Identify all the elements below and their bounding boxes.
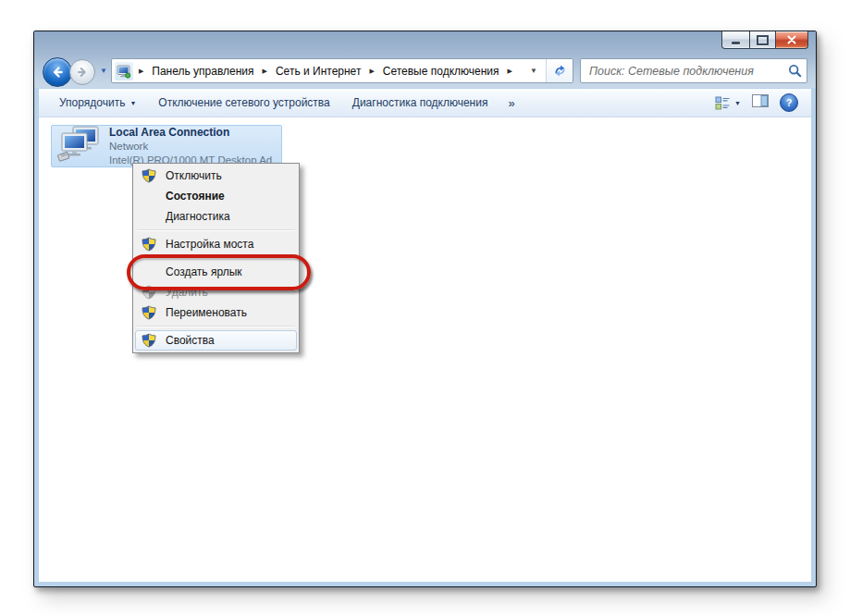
menu-item-label: Свойства [166,334,215,347]
context-menu: Отключить Состояние Диагностика Настройк… [132,163,300,353]
breadcrumb-control-panel[interactable]: Панель управления [149,64,256,79]
refresh-button[interactable] [547,59,573,82]
breadcrumb-network-connections[interactable]: Сетевые подключения [380,64,502,79]
disable-device-label: Отключение сетевого устройства [158,96,329,109]
network-adapter-icon [57,126,100,166]
forward-button[interactable] [69,59,95,85]
connection-network: Network [109,140,281,154]
menu-item-rename[interactable]: Переименовать [135,302,297,323]
menu-item-disconnect[interactable]: Отключить [135,166,297,186]
menu-icon-spacer [140,265,158,279]
search-box[interactable] [580,58,807,83]
breadcrumb-separator[interactable]: ▶ [363,68,379,75]
toolbar-right-group: ▼ ? [715,93,802,112]
maximize-button[interactable] [749,31,776,49]
organize-button[interactable]: Упорядочить ▼ [48,92,147,114]
command-toolbar: Упорядочить ▼ Отключение сетевого устрой… [39,89,811,117]
menu-item-diagnose[interactable]: Диагностика [135,206,297,227]
organize-dropdown-icon: ▼ [129,100,136,106]
navigation-bar: ▼ ▶ Панель управления ▶ Сет [34,55,816,86]
breadcrumb-network-internet[interactable]: Сеть и Интернет [273,64,363,79]
recent-pages-dropdown[interactable]: ▼ [98,67,111,75]
search-input[interactable] [587,64,788,79]
back-arrow-icon [50,65,65,80]
menu-item-create-shortcut[interactable]: Создать ярлык [135,262,297,282]
help-button[interactable]: ? [780,93,798,112]
connection-text: Local Area Connection Network Intel(R) P… [109,126,281,167]
window-controls [722,31,808,49]
connection-name: Local Area Connection [109,126,281,140]
preview-pane-button[interactable] [752,94,769,111]
address-bar[interactable]: ▶ Панель управления ▶ Сеть и Интернет ▶ … [111,58,573,83]
toolbar-overflow-chevron[interactable]: » [499,96,524,110]
maximize-icon [757,35,769,45]
network-folder-icon [115,62,133,80]
uac-shield-icon [140,285,158,300]
menu-item-label: Настройка моста [166,238,253,251]
search-icon[interactable] [788,64,802,78]
menu-separator [137,257,295,259]
menu-item-bridge[interactable]: Настройка моста [135,234,297,254]
diagnose-label: Диагностика подключения [352,96,488,109]
menu-icon-spacer [140,189,158,203]
diagnose-connection-button[interactable]: Диагностика подключения [341,92,499,114]
views-dropdown-icon: ▼ [734,100,741,106]
change-view-button[interactable]: ▼ [715,96,741,110]
uac-shield-icon [140,305,158,320]
menu-item-delete: Удалить [135,282,297,302]
preview-pane-icon [752,94,769,107]
history-buttons [43,57,98,85]
close-icon [787,35,796,44]
disable-device-button[interactable]: Отключение сетевого устройства [147,92,340,114]
minimize-button[interactable] [721,31,750,49]
breadcrumb-separator[interactable]: ▶ [502,68,518,75]
menu-item-label: Удалить [166,286,208,299]
menu-separator [137,229,295,231]
menu-item-status[interactable]: Состояние [135,186,297,206]
close-button[interactable] [775,31,808,49]
change-view-icon [715,96,731,110]
breadcrumb-separator[interactable]: ▶ [257,68,273,75]
minimize-icon [732,42,740,44]
uac-shield-icon [140,168,158,183]
address-dropdown-arrow[interactable]: ▼ [522,67,546,75]
menu-item-label: Диагностика [166,210,230,223]
menu-item-label: Отключить [166,169,222,182]
breadcrumb-separator[interactable]: ▶ [133,68,149,75]
menu-separator [137,326,295,327]
organize-label: Упорядочить [59,96,125,109]
forward-arrow-icon [76,66,89,79]
back-button[interactable] [43,57,72,87]
menu-item-label: Состояние [166,190,225,203]
desktop: ▼ ▶ Панель управления ▶ Сет [0,0,850,616]
menu-item-label: Создать ярлык [166,265,242,278]
menu-item-properties[interactable]: Свойства [135,330,297,351]
uac-shield-icon [140,237,158,252]
connection-tile-local-area[interactable]: Local Area Connection Network Intel(R) P… [51,125,282,167]
menu-icon-spacer [140,209,158,224]
refresh-icon [553,64,567,78]
menu-item-label: Переименовать [166,306,247,319]
help-icon: ? [786,97,793,108]
window-chrome: ▼ ▶ Панель управления ▶ Сет [34,31,816,88]
uac-shield-icon [140,333,158,348]
